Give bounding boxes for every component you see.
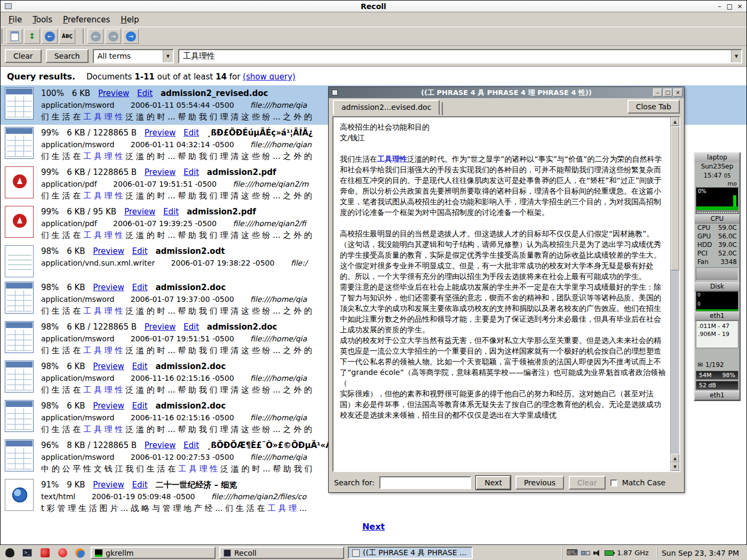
taskbar-item-recoll[interactable]: Recoll [219, 547, 344, 559]
result-edit-link[interactable]: Edit [184, 441, 199, 450]
find-previous-button[interactable]: Previous [515, 476, 564, 490]
result-relevance: 98% [41, 362, 59, 371]
result-edit-link[interactable]: Edit [132, 362, 148, 371]
chevron-down-icon[interactable]: ▼ [731, 50, 741, 62]
term-explorer-button[interactable]: ÂBÇ [59, 29, 75, 44]
result-preview-link[interactable]: Preview [145, 322, 176, 332]
window-menu-icon[interactable] [5, 3, 12, 9]
clear-button[interactable]: Clear [5, 49, 42, 63]
menu-tools[interactable]: Tools [28, 14, 57, 26]
spellcheck-icon: ÂBÇ [62, 34, 73, 39]
go-button[interactable]: → [123, 29, 139, 44]
network-tx-rate: .906M - 19 [698, 330, 736, 338]
close-tab-button[interactable]: Close Tab [627, 100, 680, 114]
app-launcher-5[interactable] [73, 547, 87, 559]
taskbar-item-preview[interactable]: ((工 PHRASE 4 具 PHRASE ... [348, 547, 473, 559]
cpu-krell-slider [696, 211, 738, 214]
preview-titlebar[interactable]: ((工 PHRASE 4 具 PHRASE 4 理 PHRASE 4 性)) –… [329, 87, 684, 98]
result-meta: application/pdf 2006-01-07 19:39:25 -050… [41, 218, 312, 229]
result-meta: application/vnd.sun.xml.writer 2006-01-0… [41, 257, 307, 269]
recoll-titlebar[interactable]: Recoll – □ × [1, 1, 746, 12]
result-edit-link[interactable]: Edit [184, 322, 199, 332]
close-icon[interactable]: × [673, 89, 682, 97]
result-preview-link[interactable]: Preview [93, 246, 124, 256]
result-body: 99% 6 KB / 1228865 B Preview Edit ¸ßÐ£ÕÐ… [41, 127, 319, 162]
history-button[interactable]: ← [42, 29, 58, 44]
query-input[interactable]: 工具理性 ▼ [178, 49, 742, 63]
result-meta: application/msword 2006-01-11 04:32:14 -… [41, 139, 319, 150]
result-edit-link[interactable]: Edit [132, 401, 148, 411]
sort-button[interactable]: ↕ [24, 29, 40, 44]
preview-tab[interactable]: admission2...evised.doc [333, 100, 440, 115]
chevron-down-icon[interactable]: ▼ [163, 50, 173, 62]
result-preview-link[interactable]: Preview [98, 89, 129, 98]
show-query-link[interactable]: (show query) [243, 72, 296, 82]
result-body: 99% 6 KB / 1228865 B Preview Edit admiss… [41, 166, 312, 202]
menu-file[interactable]: File [4, 14, 27, 26]
foot-icon [5, 548, 14, 557]
scroll-down-icon[interactable]: ▼ [671, 462, 679, 471]
scroll-up-icon[interactable]: ▲ [671, 117, 679, 126]
network-rates-panel: .011M - 47 .906M - 19 [696, 321, 738, 348]
result-url: file:/ [291, 259, 307, 267]
result-preview-link[interactable]: Preview [145, 167, 176, 177]
search-button[interactable]: Search [46, 49, 89, 63]
close-icon[interactable]: × [735, 2, 745, 11]
find-clear-button[interactable]: Clear [569, 476, 606, 490]
app-launcher-4[interactable] [55, 547, 69, 559]
result-snippet-text: 泛 滥 的 时 ... 帮 助 我 们 理 清 这 些 纷 ... 之 外 的 [123, 112, 312, 122]
result-preview-link[interactable]: Preview [93, 480, 124, 490]
result-preview-link[interactable]: Preview [93, 283, 124, 292]
match-case-checkbox[interactable] [610, 479, 617, 486]
result-preview-link[interactable]: Preview [93, 401, 124, 411]
envelope-icon: ✉ [697, 361, 703, 369]
preview-window-menu-icon[interactable] [332, 90, 338, 95]
file-type-icon-art [6, 207, 33, 237]
battery-icon[interactable] [605, 550, 614, 556]
forward-button[interactable]: → [105, 29, 121, 44]
result-edit-link[interactable]: Edit [184, 128, 199, 138]
result-preview-link[interactable]: Preview [93, 362, 124, 371]
result-snippet-text: ... [297, 503, 307, 513]
find-input[interactable] [379, 476, 471, 489]
result-url: file:///home/qian2/m [233, 180, 308, 188]
file-type-icon [5, 127, 34, 159]
result-edit-link[interactable]: Edit [184, 167, 199, 177]
result-preview-link[interactable]: Preview [145, 441, 176, 450]
maximize-icon[interactable]: □ [725, 2, 735, 11]
workspace-pager[interactable] [581, 551, 590, 555]
minimize-icon[interactable]: – [714, 2, 725, 11]
gkrellm-sensor-name: CPU [697, 223, 710, 232]
result-edit-link[interactable]: Edit [137, 89, 153, 98]
result-edit-link[interactable]: Edit [163, 207, 179, 217]
back-button[interactable]: ← [88, 29, 104, 44]
result-edit-link[interactable]: Edit [132, 246, 148, 256]
maximize-icon[interactable]: □ [663, 89, 672, 97]
preview-scrollbar[interactable]: ▲ ▲ ▼ [670, 117, 679, 471]
app-launcher-2[interactable]: >_ [20, 547, 34, 559]
volume-icon[interactable] [593, 549, 601, 556]
result-preview-link[interactable]: Preview [124, 207, 155, 217]
app-launcher-1[interactable] [3, 547, 17, 559]
next-page-link[interactable]: Next [362, 522, 385, 532]
result-edit-link[interactable]: Edit [132, 283, 148, 292]
minimize-icon[interactable]: – [653, 89, 662, 97]
preview-text-area[interactable]: 高校招生的社会功能和目的 文/钱江 我们生活在工具理性泛滥的时代。作为“世之显学… [332, 116, 680, 472]
result-edit-link[interactable]: Edit [132, 480, 148, 490]
keyboard-icon[interactable]: ⌨ [567, 549, 578, 557]
menu-preferences[interactable]: Preferences [58, 14, 115, 26]
taskbar-item-gkrellm[interactable]: gkrellm [91, 547, 216, 559]
menu-help[interactable]: Help [116, 14, 144, 26]
result-relevance: 99% [41, 128, 59, 138]
search-mode-select[interactable]: All terms ▼ [93, 49, 174, 63]
scroll-up-icon[interactable]: ▲ [671, 454, 679, 462]
taskbar-clock[interactable]: Sun Sep 23, 3:47 PM [657, 547, 744, 559]
scrollbar-thumb[interactable] [671, 126, 679, 270]
result-title: admission2.doc [207, 322, 277, 332]
result-relevance: 98% [41, 246, 59, 256]
result-preview-link[interactable]: Preview [145, 128, 176, 138]
table-view-button[interactable] [6, 29, 22, 44]
result-headline: 99% 6 KB / 1228865 B Preview Edit admiss… [41, 166, 312, 178]
app-launcher-3[interactable] [38, 547, 52, 559]
find-next-button[interactable]: Next [476, 476, 511, 490]
